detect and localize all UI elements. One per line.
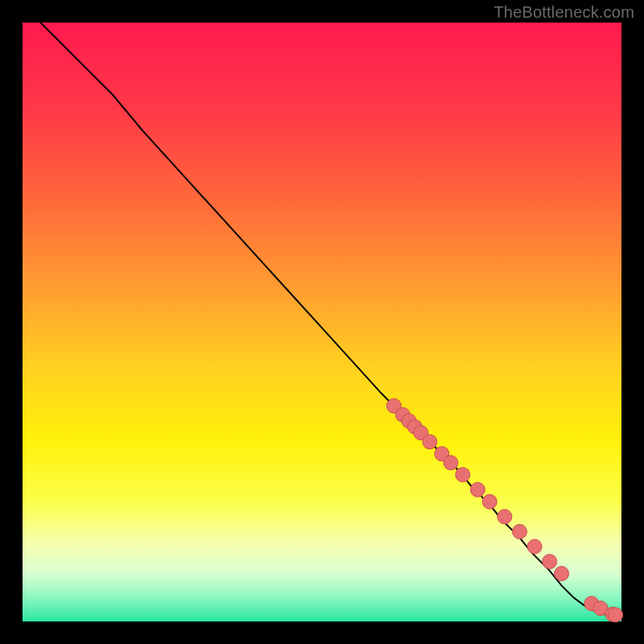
plot-svg <box>0 0 644 644</box>
data-point <box>482 494 497 509</box>
data-point <box>444 456 458 470</box>
data-point <box>470 482 485 497</box>
data-point <box>423 435 437 449</box>
chart-stage: TheBottleneck.com <box>0 0 644 644</box>
data-point <box>527 539 542 554</box>
data-point <box>456 468 470 482</box>
plot-background <box>23 23 621 621</box>
data-point <box>513 524 527 539</box>
data-point <box>497 510 512 524</box>
data-point <box>555 567 569 581</box>
data-point <box>543 555 557 569</box>
data-point <box>609 608 623 622</box>
